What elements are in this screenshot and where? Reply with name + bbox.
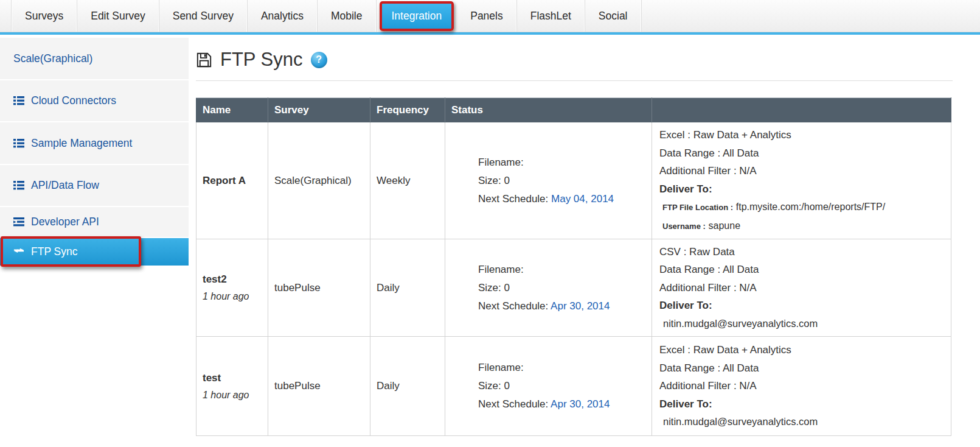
next-schedule-line: Next Schedule: Apr 30, 2014 <box>478 297 652 315</box>
sidebar-item-label: Scale(Graphical) <box>13 52 92 65</box>
frequency-cell: Weekly <box>370 122 445 239</box>
top-navigation: Surveys Edit Survey Send Survey Analytic… <box>0 0 980 32</box>
page-header: FTP Sync ? <box>196 47 953 72</box>
username-value: sapune <box>709 220 741 231</box>
export-format: Excel : Raw Data + Analytics <box>659 126 951 144</box>
size-label: Size: 0 <box>478 377 652 395</box>
list-icon <box>13 96 24 105</box>
age-label: 1 hour ago <box>203 390 268 401</box>
ftp-location-value: ftp.mysite.com:/home/reports/FTP/ <box>736 202 885 212</box>
column-header-status: Status <box>445 98 652 122</box>
deliver-email: nitin.mudgal@surveyanalytics.com <box>659 315 951 333</box>
tab-social[interactable]: Social <box>585 0 642 32</box>
indent-list-icon <box>13 217 24 227</box>
sidebar-item-ftp-sync[interactable]: FTP Sync <box>0 238 189 266</box>
frequency-cell: Daily <box>370 337 445 436</box>
filename-label: Filename: <box>478 359 652 377</box>
header-divider <box>196 80 953 81</box>
ftp-location-label: FTP File Location : <box>662 203 733 212</box>
name-cell: Report A <box>196 122 268 239</box>
additional-filter: Additional Filter : N/A <box>659 162 951 180</box>
sync-name: test <box>203 372 268 384</box>
column-header-survey: Survey <box>268 98 370 122</box>
size-label: Size: 0 <box>478 279 652 297</box>
question-mark-icon[interactable]: ? <box>311 52 327 68</box>
deliver-to-label: Deliver To: <box>659 395 951 414</box>
next-schedule-date-link[interactable]: Apr 30, 2014 <box>551 300 610 312</box>
next-schedule-line: Next Schedule: Apr 30, 2014 <box>478 395 652 414</box>
next-schedule-label: Next Schedule: <box>478 300 548 312</box>
sidebar-item-cloud-connectors[interactable]: Cloud Connectors <box>0 80 189 122</box>
additional-filter: Additional Filter : N/A <box>659 279 951 297</box>
next-schedule-date-link[interactable]: May 04, 2014 <box>551 193 614 205</box>
survey-cell: tubePulse <box>268 337 370 436</box>
details-cell: CSV : Raw Data Data Range : All Data Add… <box>652 239 951 337</box>
column-header-frequency: Frequency <box>370 98 445 122</box>
deliver-email: nitin.mudgal@surveyanalytics.com <box>659 413 951 431</box>
data-range: Data Range : All Data <box>659 359 951 378</box>
ftp-sync-table: Name Survey Frequency Status Report A Sc… <box>196 97 951 436</box>
sidebar-item-sample-management[interactable]: Sample Management <box>0 122 189 165</box>
frequency-cell: Daily <box>370 239 445 337</box>
sidebar-item-developer-api[interactable]: Developer API <box>0 207 189 238</box>
survey-cell: Scale(Graphical) <box>268 122 370 239</box>
name-cell: test2 1 hour ago <box>196 239 268 337</box>
page-title: FTP Sync <box>220 49 303 71</box>
next-schedule-label: Next Schedule: <box>478 398 548 410</box>
username-line: Username : sapune <box>659 217 951 236</box>
main-content: FTP Sync ? Name Survey Frequency Status … <box>196 35 953 436</box>
column-header-details <box>652 98 951 122</box>
list-icon <box>13 181 24 190</box>
data-range: Data Range : All Data <box>659 261 951 279</box>
filename-label: Filename: <box>478 153 652 172</box>
tab-edit-survey[interactable]: Edit Survey <box>77 0 159 32</box>
status-cell: Filename: Size: 0 Next Schedule: Apr 30,… <box>445 239 652 337</box>
filename-label: Filename: <box>478 261 652 279</box>
tab-panels[interactable]: Panels <box>457 0 517 32</box>
next-schedule-line: Next Schedule: May 04, 2014 <box>478 190 652 208</box>
sidebar-item-scale-graphical[interactable]: Scale(Graphical) <box>0 38 189 80</box>
sidebar-item-label: Cloud Connectors <box>31 94 116 107</box>
survey-cell: tubePulse <box>268 239 370 337</box>
column-header-name: Name <box>196 98 268 122</box>
tab-flashlet[interactable]: FlashLet <box>517 0 585 32</box>
details-cell: Excel : Raw Data + Analytics Data Range … <box>652 337 951 436</box>
sync-name: test2 <box>203 273 268 286</box>
deliver-to-label: Deliver To: <box>659 180 951 199</box>
status-cell: Filename: Size: 0 Next Schedule: Apr 30,… <box>445 337 652 436</box>
tab-mobile[interactable]: Mobile <box>318 0 377 32</box>
table-row: test 1 hour ago tubePulse Daily Filename… <box>196 337 951 436</box>
age-label: 1 hour ago <box>203 291 268 302</box>
sidebar-item-label: Sample Management <box>31 137 132 150</box>
table-header-row: Name Survey Frequency Status <box>196 98 951 122</box>
deliver-to-label: Deliver To: <box>659 297 951 315</box>
status-cell: Filename: Size: 0 Next Schedule: May 04,… <box>445 122 652 239</box>
details-cell: Excel : Raw Data + Analytics Data Range … <box>652 122 951 239</box>
list-icon <box>13 139 24 148</box>
username-label: Username : <box>662 222 706 231</box>
sidebar-item-label: Developer API <box>31 216 99 228</box>
export-format: CSV : Raw Data <box>659 243 951 261</box>
name-cell: test 1 hour ago <box>196 337 268 436</box>
sidebar-item-api-data-flow[interactable]: API/Data Flow <box>0 165 189 207</box>
table-row: Report A Scale(Graphical) Weekly Filenam… <box>196 122 951 239</box>
size-label: Size: 0 <box>478 172 652 190</box>
data-range: Data Range : All Data <box>659 144 951 163</box>
table-row: test2 1 hour ago tubePulse Daily Filenam… <box>196 239 951 337</box>
sync-name: Report A <box>203 175 268 187</box>
additional-filter: Additional Filter : N/A <box>659 377 951 395</box>
next-schedule-label: Next Schedule: <box>478 193 548 205</box>
tab-analytics[interactable]: Analytics <box>248 0 318 32</box>
next-schedule-date-link[interactable]: Apr 30, 2014 <box>551 398 610 410</box>
tab-integration[interactable]: Integration <box>380 1 454 31</box>
ftp-location-line: FTP File Location : ftp.mysite.com:/home… <box>659 198 951 217</box>
sidebar-item-label: FTP Sync <box>31 245 78 258</box>
floppy-disk-icon <box>196 52 212 68</box>
sidebar: Scale(Graphical) Cloud Connectors Sample… <box>0 38 189 266</box>
export-format: Excel : Raw Data + Analytics <box>659 341 951 359</box>
sync-arrows-icon <box>13 248 24 256</box>
tab-send-survey[interactable]: Send Survey <box>159 0 248 32</box>
tab-surveys[interactable]: Surveys <box>11 0 77 32</box>
sidebar-item-label: API/Data Flow <box>31 179 99 192</box>
